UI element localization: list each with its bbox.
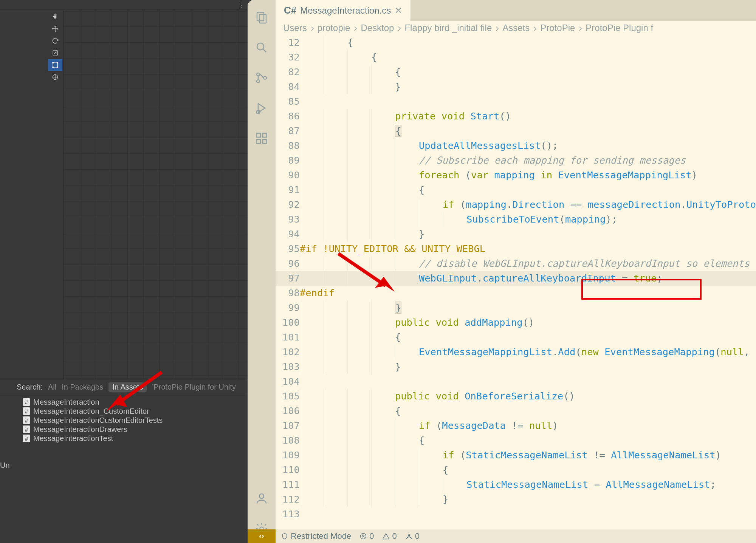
kebab-icon[interactable]: ⋮ <box>238 2 245 9</box>
code-content[interactable]: } <box>300 492 756 507</box>
code-line[interactable]: 32 { <box>276 50 756 65</box>
explorer-icon[interactable] <box>255 11 268 24</box>
code-line[interactable]: 95#if !UNITY_EDITOR && UNITY_WEBGL <box>276 241 756 256</box>
code-content[interactable]: { <box>300 65 756 79</box>
file-row[interactable]: #MessageInteractionTest <box>23 434 248 443</box>
code-content[interactable]: if (StaticMessageNameList != AllMessageN… <box>300 448 756 463</box>
code-content[interactable]: // Subscribe each mapping for sending me… <box>300 153 756 168</box>
code-content[interactable]: #endif <box>300 286 756 300</box>
code-line[interactable]: 91 { <box>276 183 756 197</box>
file-row[interactable]: #MessageInteraction_CustomEditor <box>23 407 248 416</box>
code-content[interactable]: SubscribeToEvent(mapping); <box>300 212 756 227</box>
code-content[interactable]: if (mapping.Direction == messageDirectio… <box>300 197 756 212</box>
code-line[interactable]: 84 } <box>276 79 756 94</box>
search-scope[interactable]: 'ProtoPie Plugin for Unity <box>152 383 236 391</box>
code-content[interactable]: #if !UNITY_EDITOR && UNITY_WEBGL <box>300 241 756 256</box>
code-content[interactable]: public void addMapping() <box>300 315 756 330</box>
rotate-tool-icon[interactable] <box>48 35 62 47</box>
code-line[interactable]: 112 } <box>276 492 756 507</box>
code-content[interactable]: { <box>300 433 756 448</box>
code-content[interactable]: EventMessageMappingList.Add(new EventMes… <box>300 345 756 359</box>
code-content[interactable]: } <box>300 227 756 241</box>
account-icon[interactable] <box>255 492 268 505</box>
close-icon[interactable]: ✕ <box>395 5 402 16</box>
extensions-icon[interactable] <box>255 131 268 145</box>
remote-corner-icon[interactable] <box>248 529 276 543</box>
code-line[interactable]: 96 // disable WebGLInput.captureAllKeybo… <box>276 256 756 271</box>
run-debug-icon[interactable] <box>255 101 268 115</box>
breadcrumb-seg[interactable]: Desktop <box>361 23 394 33</box>
code-line[interactable]: 106 { <box>276 404 756 418</box>
status-warnings[interactable]: 0 <box>382 531 397 541</box>
code-content[interactable]: } <box>300 300 756 315</box>
code-line[interactable]: 110 { <box>276 463 756 477</box>
code-content[interactable]: foreach (var mapping in EventMessageMapp… <box>300 168 756 183</box>
source-control-icon[interactable] <box>255 71 268 85</box>
code-line[interactable]: 101 { <box>276 330 756 345</box>
code-line[interactable]: 104 <box>276 374 756 389</box>
code-content[interactable]: { <box>300 35 756 50</box>
code-content[interactable]: { <box>300 330 756 345</box>
rect-tool-icon[interactable] <box>48 59 62 71</box>
code-line[interactable]: 12 { <box>276 35 756 50</box>
code-content[interactable] <box>300 374 756 389</box>
breadcrumb-seg[interactable]: protopie <box>318 23 350 33</box>
file-row[interactable]: #MessageInteractionDrawers <box>23 425 248 434</box>
code-line[interactable]: 113 <box>276 507 756 521</box>
code-content[interactable]: { <box>300 124 756 138</box>
code-content[interactable]: { <box>300 463 756 477</box>
code-content[interactable]: UpdateAllMessagesList(); <box>300 138 756 153</box>
code-line[interactable]: 88 UpdateAllMessagesList(); <box>276 138 756 153</box>
code-line[interactable]: 86 private void Start() <box>276 109 756 124</box>
breadcrumbs[interactable]: UsersprotopieDesktopFlappy bird _initial… <box>276 21 756 35</box>
code-line[interactable]: 90 foreach (var mapping in EventMessageM… <box>276 168 756 183</box>
unity-scene-grid[interactable] <box>64 11 248 379</box>
filter-packages[interactable]: In Packages <box>62 383 103 391</box>
restricted-mode[interactable]: Restricted Mode <box>281 531 351 541</box>
code-line[interactable]: 85 <box>276 94 756 109</box>
code-line[interactable]: 102 EventMessageMappingList.Add(new Even… <box>276 345 756 359</box>
code-content[interactable]: } <box>300 359 756 374</box>
tab-active[interactable]: C# MessageInteraction.cs ✕ <box>276 0 411 21</box>
code-line[interactable]: 109 if (StaticMessageNameList != AllMess… <box>276 448 756 463</box>
code-content[interactable]: private void Start() <box>300 109 756 124</box>
breadcrumb-seg[interactable]: Assets <box>502 23 530 33</box>
transform-tool-icon[interactable] <box>48 71 62 83</box>
code-content[interactable]: { <box>300 404 756 418</box>
code-line[interactable]: 103 } <box>276 359 756 374</box>
code-line[interactable]: 108 { <box>276 433 756 448</box>
search-icon[interactable] <box>255 41 268 54</box>
code-line[interactable]: 111 StaticMessageNameList = AllMessageNa… <box>276 477 756 492</box>
scale-tool-icon[interactable] <box>48 47 62 59</box>
code-line[interactable]: 92 if (mapping.Direction == messageDirec… <box>276 197 756 212</box>
breadcrumb-seg[interactable]: ProtoPie <box>540 23 575 33</box>
code-line[interactable]: 93 SubscribeToEvent(mapping); <box>276 212 756 227</box>
code-content[interactable]: StaticMessageNameList = AllMessageNameLi… <box>300 477 756 492</box>
code-line[interactable]: 105 public void OnBeforeSerialize() <box>276 389 756 404</box>
status-ports[interactable]: 0 <box>405 531 420 541</box>
file-row[interactable]: #MessageInteractionCustomEditorTests <box>23 416 248 425</box>
status-errors[interactable]: 0 <box>359 531 374 541</box>
code-line[interactable]: 107 if (MessageData != null) <box>276 418 756 433</box>
code-content[interactable]: { <box>300 183 756 197</box>
code-content[interactable]: WebGLInput.captureAllKeyboardInput = tru… <box>300 271 756 286</box>
hand-tool-icon[interactable] <box>48 11 62 23</box>
code-content[interactable]: } <box>300 79 756 94</box>
filter-all[interactable]: All <box>48 383 56 391</box>
code-line[interactable]: 89 // Subscribe each mapping for sending… <box>276 153 756 168</box>
code-line[interactable]: 87 { <box>276 124 756 138</box>
code-content[interactable] <box>300 507 756 521</box>
code-line[interactable]: 97 WebGLInput.captureAllKeyboardInput = … <box>276 271 756 286</box>
breadcrumb-seg[interactable]: ProtoPie Plugin f <box>586 23 653 33</box>
file-row[interactable]: #MessageInteraction <box>23 398 248 407</box>
move-tool-icon[interactable] <box>48 23 62 35</box>
code-line[interactable]: 94 } <box>276 227 756 241</box>
code-line[interactable]: 100 public void addMapping() <box>276 315 756 330</box>
breadcrumb-seg[interactable]: Users <box>283 23 307 33</box>
code-content[interactable]: { <box>300 50 756 65</box>
code-content[interactable] <box>300 94 756 109</box>
code-editor[interactable]: 12 {32 {82 {84 }8586 private void Start(… <box>276 35 756 529</box>
code-line[interactable]: 82 { <box>276 65 756 79</box>
code-line[interactable]: 99 } <box>276 300 756 315</box>
breadcrumb-seg[interactable]: Flappy bird _initial file <box>404 23 492 33</box>
